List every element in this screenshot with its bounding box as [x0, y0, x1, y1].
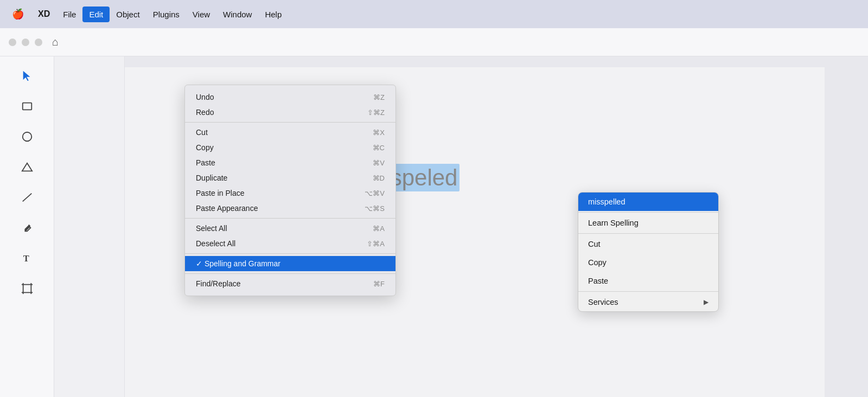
edit-menu-section-undoredo: Undo ⌘Z Redo ⇧⌘Z	[185, 87, 395, 123]
edit-menu-paste[interactable]: Paste ⌘V	[185, 155, 395, 170]
toolbar-row: ⌂	[0, 28, 868, 56]
edit-menu-cut[interactable]: Cut ⌘X	[185, 125, 395, 140]
select-tool[interactable]	[18, 67, 36, 85]
menu-item-view[interactable]: View	[186, 7, 216, 22]
menu-item-window[interactable]: Window	[216, 7, 258, 22]
ctx-arrow-services: ▶	[704, 298, 709, 306]
pen-tool[interactable]	[18, 219, 36, 236]
menu-item-object[interactable]: Object	[110, 7, 146, 22]
ctx-divider-3	[578, 291, 718, 292]
ctx-label-learn-spelling: Learn Spelling	[588, 219, 639, 227]
edit-menu-undo[interactable]: Undo ⌘Z	[185, 89, 395, 105]
svg-text:T: T	[23, 253, 29, 264]
ctx-label-cut: Cut	[588, 240, 601, 248]
ctx-item-services[interactable]: Services ▶	[578, 293, 718, 311]
tools-panel: T	[0, 56, 54, 397]
edit-menu-copy[interactable]: Copy ⌘C	[185, 140, 395, 155]
svg-marker-3	[22, 163, 31, 171]
menu-item-help[interactable]: Help	[258, 7, 288, 22]
home-icon[interactable]: ⌂	[52, 36, 59, 48]
canvas[interactable]: text is mispeled Undo ⌘Z Redo ⇧⌘Z Cut	[54, 56, 868, 397]
edit-menu-select-all[interactable]: Select All ⌘A	[185, 221, 395, 236]
edit-menu-find[interactable]: Find/Replace ⌘F	[185, 276, 395, 291]
ctx-label-paste: Paste	[588, 277, 608, 285]
edit-menu-redo[interactable]: Redo ⇧⌘Z	[185, 105, 395, 120]
ctx-label-misspelled: misspelled	[588, 197, 626, 206]
edit-menu-section-spelling: ✓ Spelling and Grammar	[185, 254, 395, 274]
traffic-light-minimize[interactable]	[22, 39, 29, 46]
ctx-item-paste[interactable]: Paste	[578, 272, 718, 290]
menu-item-plugins[interactable]: Plugins	[146, 7, 186, 22]
edit-menu-dropdown: Undo ⌘Z Redo ⇧⌘Z Cut ⌘X Copy ⌘C	[184, 85, 396, 296]
layers-panel	[54, 56, 125, 397]
ctx-divider-2	[578, 233, 718, 234]
menu-item-edit[interactable]: Edit	[82, 7, 110, 22]
traffic-light-close[interactable]	[9, 39, 16, 46]
apple-menu[interactable]: 🍎	[4, 6, 31, 22]
ctx-item-misspelled[interactable]: misspelled	[578, 193, 718, 211]
edit-menu-duplicate[interactable]: Duplicate ⌘D	[185, 170, 395, 185]
triangle-tool[interactable]	[18, 158, 36, 176]
edit-menu-section-clipboard: Cut ⌘X Copy ⌘C Paste ⌘V Duplicate ⌘D Pas…	[185, 123, 395, 219]
edit-menu-deselect-all[interactable]: Deselect All ⇧⌘A	[185, 236, 395, 251]
edit-menu-section-select: Select All ⌘A Deselect All ⇧⌘A	[185, 219, 395, 254]
ctx-label-services: Services	[588, 298, 618, 306]
menu-item-file[interactable]: File	[56, 7, 82, 22]
traffic-light-maximize[interactable]	[35, 39, 42, 46]
ctx-item-cut[interactable]: Cut	[578, 235, 718, 253]
rectangle-tool[interactable]	[18, 98, 36, 115]
text-tool[interactable]: T	[18, 249, 36, 267]
ctx-label-copy: Copy	[588, 258, 607, 267]
ellipse-tool[interactable]	[18, 128, 36, 145]
edit-menu-spelling-grammar[interactable]: ✓ Spelling and Grammar	[185, 256, 395, 271]
edit-menu-paste-appearance[interactable]: Paste Appearance ⌥⌘S	[185, 201, 395, 216]
svg-point-2	[22, 132, 31, 142]
menu-bar: 🍎 XD File Edit Object Plugins View Windo…	[0, 0, 868, 28]
artboard-tool[interactable]	[18, 280, 36, 297]
line-tool[interactable]	[18, 189, 36, 206]
menu-item-xd[interactable]: XD	[31, 6, 56, 22]
svg-rect-7	[23, 285, 31, 293]
ctx-item-learn-spelling[interactable]: Learn Spelling	[578, 214, 718, 232]
edit-menu-section-find: Find/Replace ⌘F	[185, 274, 395, 293]
main-area: T text is mispeled	[0, 56, 868, 397]
svg-marker-0	[23, 71, 30, 81]
svg-rect-1	[22, 103, 31, 110]
edit-menu-paste-in-place[interactable]: Paste in Place ⌥⌘V	[185, 185, 395, 201]
ctx-divider-1	[578, 212, 718, 213]
context-menu: misspelled Learn Spelling Cut Copy Paste…	[578, 192, 719, 312]
ctx-item-copy[interactable]: Copy	[578, 253, 718, 272]
svg-line-4	[22, 194, 31, 202]
